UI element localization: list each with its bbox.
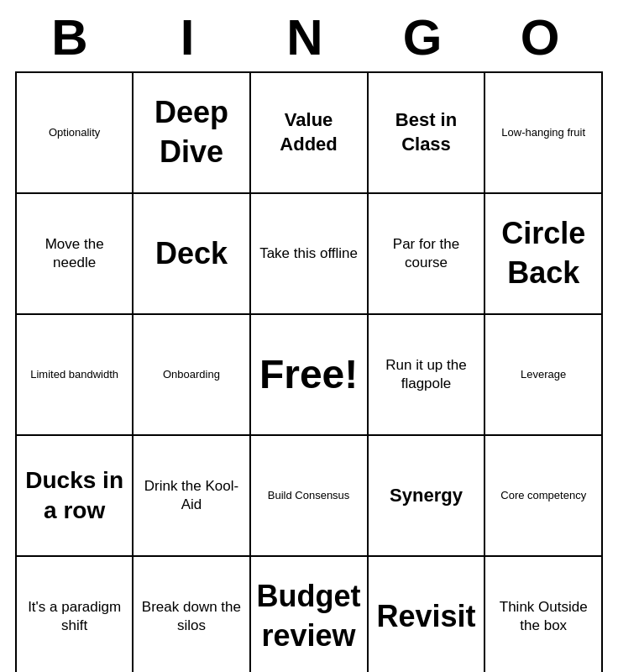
title-i: I (137, 8, 246, 66)
cell-r3-c3: Synergy (368, 435, 485, 556)
cell-r2-c0: Limited bandwidth (16, 314, 133, 435)
bingo-title: B I N G O (15, 8, 603, 66)
cell-r4-c0: It's a paradigm shift (16, 556, 133, 672)
cell-r4-c2: Budget review (250, 556, 368, 672)
cell-r2-c4: Leverage (484, 314, 602, 435)
cell-r4-c3: Revisit (368, 556, 485, 672)
cell-r3-c0: Ducks in a row (16, 435, 133, 556)
cell-r0-c3: Best in Class (368, 72, 485, 193)
bingo-board: OptionalityDeep DiveValue AddedBest in C… (15, 71, 603, 672)
title-o: O (490, 8, 599, 66)
cell-r4-c1: Break down the silos (133, 556, 249, 672)
cell-r1-c1: Deck (133, 193, 249, 314)
cell-r1-c0: Move the needle (16, 193, 133, 314)
cell-r4-c4: Think Outside the box (484, 556, 602, 672)
cell-r1-c3: Par for the course (368, 193, 485, 314)
cell-r1-c4: Circle Back (484, 193, 602, 314)
cell-r2-c1: Onboarding (133, 314, 249, 435)
cell-r3-c4: Core competency (484, 435, 602, 556)
title-n: N (254, 8, 364, 66)
cell-r0-c0: Optionality (16, 72, 133, 193)
cell-r0-c4: Low-hanging fruit (484, 72, 602, 193)
cell-r2-c2: Free! (250, 314, 368, 435)
cell-r0-c2: Value Added (250, 72, 368, 193)
cell-r0-c1: Deep Dive (133, 72, 249, 193)
cell-r2-c3: Run it up the flagpole (368, 314, 485, 435)
cell-r3-c2: Build Consensus (250, 435, 368, 556)
title-g: G (372, 8, 481, 66)
cell-r1-c2: Take this offline (250, 193, 368, 314)
cell-r3-c1: Drink the Kool-Aid (133, 435, 249, 556)
title-b: B (19, 8, 128, 66)
